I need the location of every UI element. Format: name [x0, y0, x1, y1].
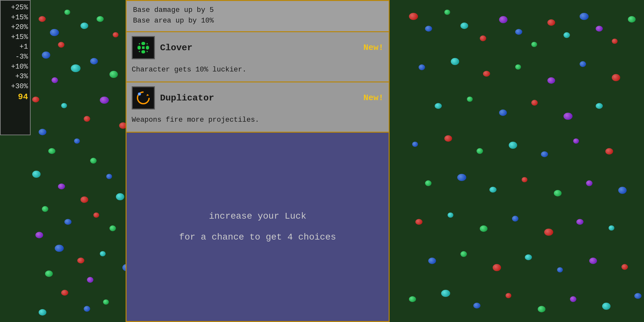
gem-particle: [554, 190, 562, 196]
stats-panel: +25% +15% +20% +15% +1 -3% +10% +3% +30%…: [0, 0, 31, 135]
svg-rect-6: [142, 42, 142, 43]
gem-particle: [573, 138, 579, 144]
gem-particle: [103, 299, 109, 305]
svg-rect-11: [147, 43, 148, 44]
gem-particle: [84, 306, 90, 312]
gem-particle: [39, 309, 46, 316]
svg-rect-8: [137, 46, 138, 47]
gem-particle: [451, 58, 459, 65]
gem-particle: [499, 16, 507, 23]
gem-particle: [441, 290, 450, 297]
stat-score: 94: [3, 92, 28, 103]
duplicator-description: Weapons fire more projectiles.: [127, 112, 389, 132]
gem-particle: [97, 16, 104, 22]
clover-icon-box: [132, 36, 155, 59]
gem-particle: [109, 225, 116, 231]
gem-particle: [409, 296, 416, 302]
svg-rect-12: [139, 51, 140, 52]
gem-particle: [42, 52, 50, 59]
gem-particle: [55, 245, 64, 252]
clover-new-badge: New!: [364, 43, 384, 52]
gem-particle: [547, 19, 555, 26]
gem-particle: [412, 142, 418, 147]
gem-particle: [71, 64, 80, 72]
gem-particle: [547, 77, 555, 84]
gem-particle: [90, 58, 98, 64]
duplicator-name: Duplicator: [160, 93, 358, 103]
duplicator-icon: [135, 90, 152, 106]
gem-particle: [100, 251, 106, 256]
gem-particle: [460, 23, 468, 29]
gem-particle: [525, 254, 532, 260]
gem-particle: [50, 29, 59, 36]
gem-particle: [106, 174, 112, 179]
gem-particle: [586, 180, 592, 186]
gem-particle: [113, 32, 118, 37]
gem-particle: [596, 103, 603, 109]
duplicator-card-header: Duplicator New!: [127, 82, 389, 112]
gem-particle: [618, 187, 627, 194]
svg-rect-10: [139, 43, 140, 44]
gem-particle: [80, 196, 88, 203]
gem-particle: [425, 26, 432, 32]
gem-particle: [428, 258, 436, 264]
gem-particle: [425, 180, 431, 186]
gem-particle: [480, 225, 488, 232]
clover-name: Clover: [160, 43, 358, 53]
gem-particle: [116, 193, 124, 200]
duplicator-new-badge: New!: [364, 93, 384, 103]
gem-particle: [100, 97, 109, 104]
gem-particle: [460, 251, 467, 257]
gem-particle: [80, 23, 88, 29]
gem-particle: [515, 29, 522, 35]
clover-description: Character gets 10% luckier.: [127, 62, 389, 81]
gem-particle: [580, 61, 586, 67]
stat-row: -3%: [3, 52, 28, 62]
gem-particle: [415, 219, 422, 225]
gem-particle: [564, 32, 570, 38]
luck-line2: for a chance to get 4 choices: [179, 230, 336, 245]
gem-particle: [448, 213, 453, 218]
stat-row: +10%: [3, 62, 28, 72]
gem-particle: [531, 42, 537, 47]
gem-particle: [48, 148, 55, 154]
gem-particle: [58, 42, 64, 48]
gem-particle: [42, 206, 48, 212]
gem-particle: [435, 103, 442, 109]
clover-card[interactable]: Clover New! Character gets 10% luckier.: [126, 32, 390, 82]
gem-particle: [483, 71, 490, 77]
gem-particle: [409, 13, 418, 20]
gem-particle: [634, 293, 641, 299]
duplicator-card[interactable]: Duplicator New! Weapons fire more projec…: [126, 82, 390, 133]
gem-particle: [457, 174, 466, 181]
svg-rect-7: [142, 52, 142, 53]
gem-particle: [564, 113, 573, 120]
gem-particle: [602, 303, 611, 310]
svg-rect-5: [142, 46, 145, 49]
gem-particle: [538, 306, 545, 312]
item-partial-desc-line2: Base area up by 10%: [133, 15, 382, 26]
gem-particle: [557, 267, 563, 272]
gem-particle: [570, 296, 576, 302]
gem-particle: [35, 232, 43, 238]
gem-particle: [522, 177, 527, 182]
duplicator-icon-box: [132, 86, 155, 109]
gem-particle: [64, 10, 70, 15]
gem-particle: [32, 97, 39, 102]
gem-particle: [576, 219, 583, 225]
gem-particle: [467, 97, 473, 102]
gem-particle: [39, 16, 46, 22]
gem-particle: [77, 258, 84, 263]
item-card-partial[interactable]: Base damage up by 5 Base area up by 10%: [126, 0, 390, 32]
clover-card-header: Clover New!: [127, 32, 389, 62]
gem-particle: [93, 213, 99, 218]
gem-particle: [580, 13, 589, 20]
gem-particle: [605, 148, 613, 155]
gem-particle: [499, 109, 507, 116]
gem-particle: [64, 219, 71, 225]
gem-particle: [419, 64, 425, 70]
gem-particle: [74, 138, 80, 144]
gem-particle: [512, 216, 518, 222]
gem-particle: [84, 116, 90, 122]
stat-row: +25%: [3, 3, 28, 13]
